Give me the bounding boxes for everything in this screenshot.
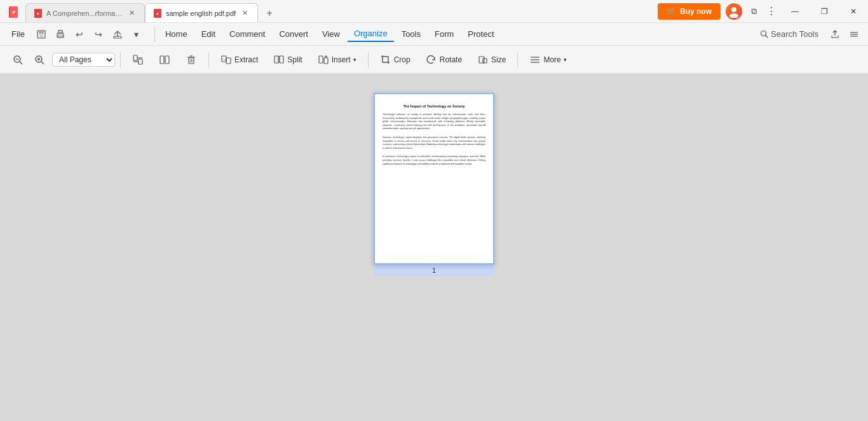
svg-rect-47 [483, 59, 487, 63]
page-range-dropdown[interactable]: All Pages Odd Pages Even Pages [52, 53, 115, 67]
tab-comprehen[interactable]: P A Comprehen...rformance.pdf ✕ [25, 3, 145, 22]
extract-button[interactable]: Extract [214, 52, 264, 68]
menu-tools[interactable]: Tools [395, 27, 427, 41]
toolbar-divider2 [208, 52, 209, 67]
multi-window-button[interactable]: ⧉ [745, 3, 763, 20]
search-tools-label: Search Tools [771, 29, 818, 39]
svg-point-17 [761, 31, 766, 36]
insert-dropdown-icon: ▾ [353, 57, 356, 63]
svg-rect-16 [114, 36, 121, 38]
file-menu[interactable]: File [5, 27, 31, 41]
menu-form[interactable]: Form [428, 27, 460, 41]
insert-button[interactable]: Insert ▾ [311, 52, 363, 68]
more-button[interactable]: More ▾ [523, 52, 573, 68]
size-button[interactable]: Size [471, 52, 512, 68]
save-icon-button[interactable] [32, 25, 50, 43]
crop-icon [380, 54, 391, 66]
crop-label: Crop [394, 55, 410, 64]
search-tools-button[interactable]: Search Tools [754, 27, 825, 41]
menu-comment[interactable]: Comment [223, 27, 271, 41]
pdf-para-1: Technology's influence on society is pro… [383, 113, 485, 131]
new-tab-button[interactable]: + [261, 4, 278, 22]
split-label: Split [287, 55, 302, 64]
svg-rect-30 [139, 59, 142, 64]
file-area: File ↩ ↪ ▾ [5, 25, 146, 43]
organize-toolbar: All Pages Odd Pages Even Pages Extract S… [0, 46, 868, 74]
menu-convert[interactable]: Convert [273, 27, 315, 41]
svg-line-28 [41, 62, 44, 64]
buy-now-button[interactable]: 🛒 Buy now [658, 3, 721, 20]
undo-icon-button[interactable]: ↩ [71, 25, 88, 43]
zoom-out-button[interactable] [8, 50, 28, 70]
svg-line-24 [20, 62, 22, 64]
delete-button[interactable] [179, 52, 203, 68]
menu-organize[interactable]: Organize [348, 26, 394, 42]
title-bar: P P A Comprehen...rformance.pdf ✕ P samp… [0, 0, 868, 23]
search-icon [760, 30, 768, 38]
page-container: The Impact of Technology on Society Tech… [374, 93, 494, 276]
crop-button[interactable]: Crop [374, 52, 417, 68]
tab-sample[interactable]: P sample english pdf.pdf ✕ [145, 3, 258, 22]
svg-point-8 [729, 13, 738, 18]
svg-rect-46 [479, 57, 484, 63]
extract-icon [220, 54, 232, 66]
split-view-icon [159, 54, 170, 66]
tab1-label: A Comprehen...rformance.pdf [46, 10, 123, 17]
replace-button[interactable] [126, 52, 150, 68]
close-button[interactable]: ✕ [839, 0, 868, 23]
tab2-label: sample english pdf.pdf [166, 10, 236, 17]
svg-rect-44 [324, 58, 328, 64]
svg-rect-32 [165, 56, 169, 64]
svg-point-7 [731, 7, 736, 12]
cart-icon: 🛒 [667, 7, 676, 16]
print-icon-button[interactable] [51, 25, 69, 43]
menu-home[interactable]: Home [159, 27, 194, 41]
svg-rect-38 [222, 56, 226, 62]
share-icon-button[interactable] [109, 25, 126, 43]
page-number: 1 [432, 266, 436, 274]
replace-icon [132, 54, 144, 66]
menu-view[interactable]: View [316, 27, 346, 41]
pdf-page-title: The Impact of Technology on Society [383, 104, 485, 108]
minimize-button[interactable]: — [780, 0, 810, 23]
svg-text:P: P [12, 10, 16, 15]
upload-button[interactable] [826, 25, 844, 43]
maximize-button[interactable]: ❐ [810, 0, 839, 23]
page-range-select[interactable]: All Pages Odd Pages Even Pages [52, 53, 115, 67]
pdf-para-2: However, technology's rapid integration … [383, 136, 485, 150]
pdf-para-3: In conclusion, technology's impact is un… [383, 155, 485, 166]
menu-bar: File ↩ ↪ ▾ Home Edit Comment Convert Vie… [0, 23, 868, 46]
menu-protect[interactable]: Protect [461, 27, 500, 41]
svg-rect-39 [226, 58, 231, 64]
svg-rect-41 [280, 56, 283, 63]
svg-rect-31 [160, 56, 164, 64]
size-icon [477, 54, 489, 66]
toolbar-divider4 [517, 52, 518, 67]
menu-edit[interactable]: Edit [195, 27, 222, 41]
collapse-button[interactable] [845, 25, 863, 43]
more-options-button[interactable]: ⋮ [763, 3, 780, 20]
user-avatar[interactable] [726, 3, 742, 20]
delete-icon [186, 54, 197, 66]
more-label: More [543, 55, 560, 64]
redo-icon-button[interactable]: ↪ [90, 25, 107, 43]
split-button[interactable]: Split [267, 52, 308, 68]
title-bar-right: 🛒 Buy now ⧉ ⋮ — ❐ ✕ [658, 0, 868, 23]
pdf-icon: P [34, 9, 43, 18]
tab2-close[interactable]: ✕ [240, 8, 250, 18]
tab1-close[interactable]: ✕ [126, 8, 137, 18]
dropdown-icon-button[interactable]: ▾ [128, 25, 146, 43]
menu-divider1 [154, 27, 155, 42]
rotate-button[interactable]: Rotate [419, 52, 468, 68]
svg-rect-43 [319, 56, 323, 63]
svg-rect-29 [133, 55, 137, 60]
app-logo: P [5, 3, 23, 21]
split-view-button[interactable] [153, 52, 177, 68]
svg-rect-13 [58, 31, 62, 33]
svg-rect-14 [58, 35, 62, 37]
page-number-bar: 1 [374, 265, 494, 276]
extract-label: Extract [234, 55, 258, 64]
size-label: Size [491, 55, 506, 64]
zoom-in-button[interactable] [29, 50, 50, 70]
insert-icon [318, 54, 329, 66]
